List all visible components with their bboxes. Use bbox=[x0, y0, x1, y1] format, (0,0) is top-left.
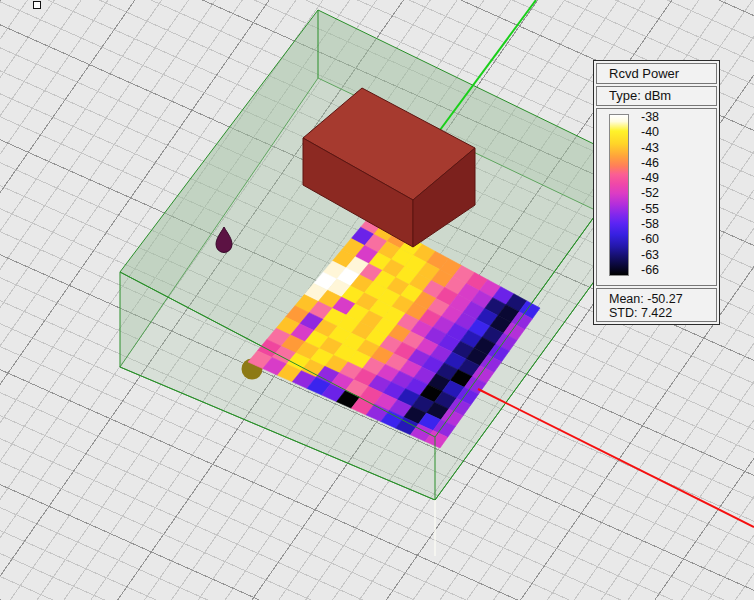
colorbar-tick-label: -49 bbox=[641, 171, 701, 186]
colorbar-tick-label: -55 bbox=[641, 202, 701, 217]
colorbar-tick-label: -66 bbox=[641, 263, 701, 278]
colorbar-tick-label: -63 bbox=[641, 248, 701, 263]
colorbar-gradient bbox=[609, 114, 629, 276]
x-axis-line bbox=[478, 389, 754, 527]
legend-stats-section: Mean: -50.27 STD: 7.422 bbox=[596, 288, 717, 322]
colorbar-tick-label: -58 bbox=[641, 217, 701, 232]
colorbar-tick-label: -40 bbox=[641, 125, 701, 140]
colorbar-scale-labels: -38-40-43-46-49-52-55-58-60-63-66 bbox=[641, 110, 701, 278]
simulation-viewport: { "legend": { "title": "Rcvd Power", "ty… bbox=[0, 0, 754, 600]
legend-panel: Rcvd Power Type: dBm -38-40-43-46-49-52-… bbox=[593, 60, 720, 325]
colorbar-tick-label: -52 bbox=[641, 186, 701, 201]
mean-value-label: Mean: -50.27 bbox=[609, 292, 716, 306]
colorbar-tick-label: -38 bbox=[641, 110, 701, 125]
colorbar-tick-label: -46 bbox=[641, 156, 701, 171]
legend-title-section: Rcvd Power bbox=[596, 63, 717, 84]
legend-type-label: Type: dBm bbox=[609, 88, 671, 103]
legend-type-section: Type: dBm bbox=[596, 86, 717, 106]
std-value-label: STD: 7.422 bbox=[609, 306, 716, 320]
legend-colorbar-section: -38-40-43-46-49-52-55-58-60-63-66 bbox=[596, 108, 717, 286]
legend-title: Rcvd Power bbox=[609, 66, 679, 81]
colorbar-tick-label: -60 bbox=[641, 232, 701, 247]
colorbar-tick-label: -43 bbox=[641, 141, 701, 156]
